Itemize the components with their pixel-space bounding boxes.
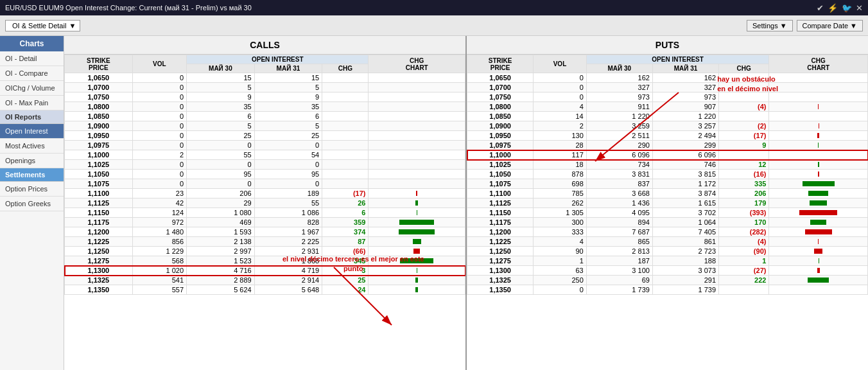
puts-bar <box>769 112 868 121</box>
calls-chg: 345 <box>322 256 369 266</box>
puts-chg: (90) <box>719 247 769 256</box>
close-icon[interactable]: ✕ <box>856 3 863 13</box>
calls-chg: 3 <box>322 266 369 276</box>
calls-chg: 24 <box>322 285 369 295</box>
puts-strike: 1,0750 <box>467 92 534 102</box>
calls-vol: 557 <box>132 285 186 295</box>
puts-strike: 1,1100 <box>467 189 534 198</box>
calls-may30: 29 <box>187 198 255 208</box>
puts-bar <box>769 141 868 150</box>
calls-may31: 15 <box>254 73 322 83</box>
puts-bar <box>769 218 868 227</box>
calls-table-wrapper[interactable]: STRIKEPRICE VOL OPEN INTEREST CHGCHART М… <box>64 55 465 295</box>
puts-chg: 9 <box>719 141 769 150</box>
calls-may30: 206 <box>187 189 255 198</box>
calls-bar <box>369 121 465 131</box>
oi-settle-dropdown[interactable]: OI & Settle Detail ▼ <box>5 20 80 31</box>
calls-strike: 1,0900 <box>65 121 133 131</box>
puts-may31: 7 405 <box>652 227 718 237</box>
calls-chg <box>322 112 369 121</box>
calls-strike: 1,0750 <box>65 92 133 102</box>
calls-chg <box>322 73 369 83</box>
puts-vol: 28 <box>534 141 587 150</box>
flash-icon[interactable]: ⚡ <box>828 3 838 13</box>
sidebar-item-option-greeks[interactable]: Option Greeks <box>0 197 64 211</box>
puts-chg: 206 <box>719 189 769 198</box>
calls-may31: 2 914 <box>254 276 322 285</box>
puts-may31: 6 096 <box>652 150 718 160</box>
check-icon[interactable]: ✔ <box>817 3 824 13</box>
calls-may31: 5 <box>254 121 322 131</box>
dropdown-label: OI & Settle Detail <box>12 22 66 30</box>
calls-may30-header: МАЙ 30 <box>187 64 255 73</box>
puts-vol: 4 <box>534 237 587 247</box>
calls-may30: 2 138 <box>187 237 255 247</box>
puts-may31: 1 220 <box>652 112 718 121</box>
sidebar-item-option-prices[interactable]: Option Prices <box>0 182 64 197</box>
puts-may31: 327 <box>652 83 718 92</box>
sidebar-item-open-interest[interactable]: Open Interest <box>0 124 64 139</box>
sidebar-item-oi-compare[interactable]: OI - Compare <box>0 66 64 81</box>
calls-may31: 55 <box>254 198 322 208</box>
calls-may31: 828 <box>254 218 322 227</box>
calls-strike: 1,0700 <box>65 83 133 92</box>
puts-vol: 300 <box>534 218 587 227</box>
puts-strike: 1,1350 <box>467 285 534 295</box>
puts-may31: 299 <box>652 141 718 150</box>
compare-date-button[interactable]: Compare Date ▼ <box>797 20 863 31</box>
calls-bar <box>369 112 465 121</box>
puts-vol: 130 <box>534 131 587 141</box>
sidebar-item-oichg-volume[interactable]: OIChg / Volume <box>0 81 64 96</box>
puts-may30: 327 <box>586 83 652 92</box>
puts-bar <box>769 150 868 160</box>
puts-may30: 3 100 <box>586 266 652 276</box>
puts-chg: (4) <box>719 237 769 247</box>
calls-strike: 1,1225 <box>65 237 133 247</box>
calls-may30: 5 <box>187 121 255 131</box>
puts-strike: 1,0975 <box>467 141 534 150</box>
calls-strike: 1,1325 <box>65 276 133 285</box>
puts-oi-header: OPEN INTEREST <box>586 55 769 64</box>
calls-bar <box>369 189 465 198</box>
puts-table-wrapper[interactable]: STRIKEPRICE VOL OPEN INTEREST CHGCHART М… <box>467 55 868 295</box>
calls-vol: 0 <box>132 179 186 189</box>
sidebar-item-most-actives[interactable]: Most Actives <box>0 139 64 154</box>
sidebar-item-oi-max-pain[interactable]: OI - Max Pain <box>0 96 64 110</box>
calls-may30: 5 <box>187 83 255 92</box>
content-area: CALLS STRIKEPRICE VOL OPEN INTEREST CHGC… <box>64 36 868 370</box>
title-bar-icons: ✔ ⚡ 🐦 ✕ <box>817 3 863 13</box>
puts-bar <box>769 83 868 92</box>
puts-bar <box>769 73 868 83</box>
puts-bar <box>769 160 868 170</box>
sidebar-item-oi-detail[interactable]: OI - Detail <box>0 51 64 66</box>
puts-vol: 90 <box>534 247 587 256</box>
puts-vol: 698 <box>534 179 587 189</box>
puts-may30: 1 739 <box>586 285 652 295</box>
calls-may31: 2 225 <box>254 237 322 247</box>
calls-strike: 1,1000 <box>65 150 133 160</box>
puts-may31: 1 172 <box>652 179 718 189</box>
puts-may31: 3 874 <box>652 189 718 198</box>
twitter-icon[interactable]: 🐦 <box>842 3 852 13</box>
puts-may30: 865 <box>586 237 652 247</box>
puts-may30: 3 831 <box>586 170 652 179</box>
settings-label: Settings <box>752 22 778 30</box>
puts-strike: 1,1050 <box>467 170 534 179</box>
calls-strike: 1,0650 <box>65 73 133 83</box>
puts-vol: 0 <box>534 92 587 102</box>
puts-chg: 1 <box>719 256 769 266</box>
puts-may30: 6 096 <box>586 150 652 160</box>
calls-chg: 25 <box>322 276 369 285</box>
puts-vol: 2 <box>534 121 587 131</box>
calls-bar <box>369 256 465 266</box>
settings-arrow-icon: ▼ <box>780 22 787 30</box>
calls-strike: 1,1175 <box>65 218 133 227</box>
puts-strike: 1,1025 <box>467 160 534 170</box>
calls-bar <box>369 141 465 150</box>
puts-may31: 861 <box>652 237 718 247</box>
settings-button[interactable]: Settings ▼ <box>747 20 793 31</box>
calls-vol: 856 <box>132 237 186 247</box>
puts-may30: 3 259 <box>586 121 652 131</box>
puts-vol-header: VOL <box>534 55 587 73</box>
sidebar-item-openings[interactable]: Openings <box>0 154 64 168</box>
